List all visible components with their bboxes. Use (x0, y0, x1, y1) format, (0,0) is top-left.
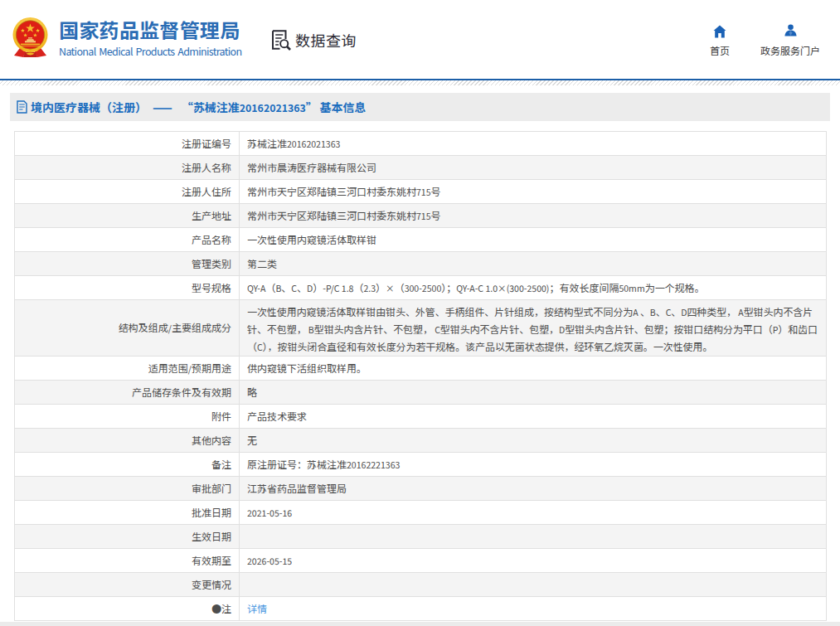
breadcrumb-separator: —— (153, 99, 172, 115)
table-row: 其他内容无 (15, 429, 827, 453)
field-label-cell: 适用范围/预期用途 (15, 357, 240, 381)
user-icon (760, 24, 820, 38)
table-row: 批准日期2021-05-16 (15, 501, 827, 525)
table-row: 有效期至2026-05-15 (15, 549, 827, 573)
field-value-cell: 产品技术要求 (240, 405, 827, 429)
field-label-cell: 型号规格 (15, 276, 240, 300)
table-row: 结构及组成/主要组成成分一次性使用内窥镜活体取样钳由钳头、外管、手柄组件、片针组… (15, 300, 827, 357)
org-name-cn: 国家药品监督管理局 (59, 18, 241, 41)
hatch-decoration-band (0, 80, 840, 85)
field-label-cell: 产品储存条件及有效期 (15, 381, 240, 405)
table-row: 生产地址常州市天宁区郑陆镇三河口村委东姚村715号 (15, 204, 827, 228)
home-icon (710, 24, 730, 38)
table-row: 注册证编号苏械注准20162021363 (15, 132, 827, 156)
field-value-cell: 常州市天宁区郑陆镇三河口村委东姚村715号 (240, 204, 827, 228)
field-value-cell: 常州市天宁区郑陆镇三河口村委东姚村715号 (240, 180, 827, 204)
field-label-cell: 注册人住所 (15, 180, 240, 204)
data-query-icon (269, 28, 292, 51)
field-value-cell (240, 573, 827, 597)
field-label-cell: 变更情况 (15, 573, 240, 597)
table-row: 注册人住所常州市天宁区郑陆镇三河口村委东姚村715号 (15, 180, 827, 204)
field-label-cell: 产品名称 (15, 228, 240, 252)
footer-strip (0, 622, 840, 626)
field-value-cell: 详情 (240, 597, 827, 621)
field-value-cell (240, 525, 827, 549)
field-value-cell: 无 (240, 429, 827, 453)
table-row: 注册人名称常州市晨涛医疗器械有限公司 (15, 156, 827, 180)
field-value-cell: 一次性使用内窥镜活体取样钳由钳头、外管、手柄组件、片针组成，按结构型式不同分为A… (240, 300, 827, 357)
field-label-cell: 生效日期 (15, 525, 240, 549)
field-label-cell: 其他内容 (15, 429, 240, 453)
field-value-cell: 供内窥镜下活组织取样用。 (240, 357, 827, 381)
table-row: 备注原注册证号：苏械注准20162221363 (15, 453, 827, 477)
national-emblem-logo (12, 17, 49, 58)
field-value-cell: 苏械注准20162021363 (240, 132, 827, 156)
field-label-cell: 生产地址 (15, 204, 240, 228)
table-row: 管理类别第二类 (15, 252, 827, 276)
field-label-cell: 审批部门 (15, 477, 240, 501)
brand-text: 国家药品监督管理局 National Medical Products Admi… (59, 18, 241, 57)
table-row: 型号规格QY-A（B、C、D）-P/C 1.8（2.3）×（300-2500）；… (15, 276, 827, 300)
table-row: 产品储存条件及有效期略 (15, 381, 827, 405)
field-value-cell: 一次性使用内窥镜活体取样钳 (240, 228, 827, 252)
field-label-cell: ●注 (15, 597, 240, 621)
field-label-cell: 注册人名称 (15, 156, 240, 180)
nav-portal[interactable]: 政务服务门户 (760, 24, 820, 56)
field-value-cell: 原注册证号：苏械注准20162221363 (240, 453, 827, 477)
table-row: 审批部门江苏省药品监督管理局 (15, 477, 827, 501)
field-value-cell: 2021-05-16 (240, 501, 827, 525)
main-content: 境内医疗器械（注册） —— “苏械注准20162021363” 基本信息 注册证… (10, 93, 830, 621)
page-title: “苏械注准20162021363” 基本信息 (182, 99, 367, 115)
table-row: ●注详情 (15, 597, 827, 621)
field-value-cell: 2026-05-15 (240, 549, 827, 573)
registration-table: 注册证编号苏械注准20162021363注册人名称常州市晨涛医疗器械有限公司注册… (14, 131, 827, 621)
site-header: 国家药品监督管理局 National Medical Products Admi… (0, 0, 840, 79)
data-query-label: 数据查询 (295, 29, 357, 51)
data-query-section[interactable]: 数据查询 (269, 28, 357, 51)
nav-portal-label: 政务服务门户 (760, 46, 820, 56)
registration-detail: 注册证编号苏械注准20162021363注册人名称常州市晨涛医疗器械有限公司注册… (14, 131, 827, 621)
nav-home[interactable]: 首页 (710, 24, 730, 56)
field-label-cell: 管理类别 (15, 252, 240, 276)
table-row: 产品名称一次性使用内窥镜活体取样钳 (15, 228, 827, 252)
field-label-cell: 附件 (15, 405, 240, 429)
field-value-cell: QY-A（B、C、D）-P/C 1.8（2.3）×（300-2500）；QY-A… (240, 276, 827, 300)
field-label-cell: 结构及组成/主要组成成分 (15, 300, 240, 357)
field-label-cell: 注册证编号 (15, 132, 240, 156)
table-row: 变更情况 (15, 573, 827, 597)
field-label-cell: 有效期至 (15, 549, 240, 573)
field-label-cell: 备注 (15, 453, 240, 477)
field-value-cell: 江苏省药品监督管理局 (240, 477, 827, 501)
document-icon (17, 100, 27, 114)
breadcrumb-category[interactable]: 境内医疗器械（注册） (31, 99, 147, 115)
table-row: 适用范围/预期用途供内窥镜下活组织取样用。 (15, 357, 827, 381)
table-row: 生效日期 (15, 525, 827, 549)
detail-link[interactable]: 详情 (247, 603, 267, 615)
nav-home-label: 首页 (710, 46, 730, 56)
field-label-cell: 批准日期 (15, 501, 240, 525)
registration-table-body: 注册证编号苏械注准20162021363注册人名称常州市晨涛医疗器械有限公司注册… (15, 132, 827, 621)
org-name-en: National Medical Products Administration (59, 45, 241, 57)
field-value-cell: 略 (240, 381, 827, 405)
field-value-cell: 常州市晨涛医疗器械有限公司 (240, 156, 827, 180)
table-row: 附件产品技术要求 (15, 405, 827, 429)
breadcrumb: 境内医疗器械（注册） —— “苏械注准20162021363” 基本信息 (10, 93, 830, 121)
field-value-cell: 第二类 (240, 252, 827, 276)
